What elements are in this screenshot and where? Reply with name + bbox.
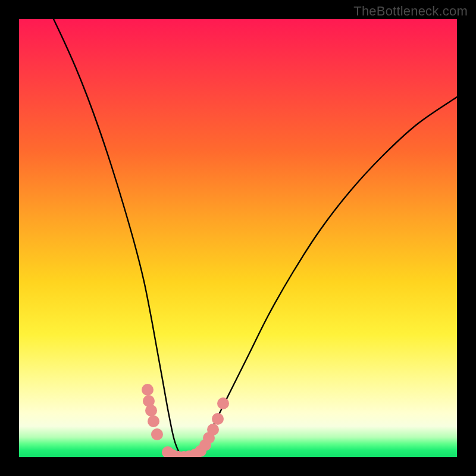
- highlight-dot: [217, 397, 229, 409]
- highlight-dot: [145, 405, 157, 416]
- chart-frame: TheBottleneck.com: [0, 0, 476, 476]
- highlight-dot: [212, 413, 224, 425]
- highlight-dot: [142, 384, 154, 396]
- curve-layer: [19, 19, 457, 457]
- bottleneck-curve: [54, 19, 457, 457]
- highlight-dot: [207, 424, 219, 436]
- highlight-dot: [151, 428, 163, 440]
- watermark-text: TheBottleneck.com: [353, 4, 468, 19]
- highlight-dots: [142, 384, 229, 457]
- plot-area: [19, 19, 457, 457]
- highlight-dot: [148, 415, 159, 427]
